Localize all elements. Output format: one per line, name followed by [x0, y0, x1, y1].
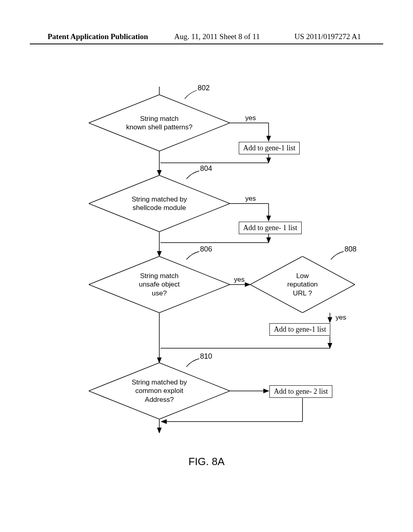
box-gene1-c: Add to gene-1 list — [269, 323, 330, 336]
ref-802: 802 — [198, 84, 210, 92]
ref-806: 806 — [200, 245, 212, 254]
label-yes-808: yes — [336, 314, 346, 322]
decision-804-text: String matched byshellcode module — [115, 195, 203, 212]
box-gene2: Add to gene- 2 list — [269, 385, 332, 398]
box-gene1-a: Add to gene-1 list — [239, 142, 300, 154]
decision-802-text: String matchknown shell patterns? — [110, 114, 209, 132]
label-yes-804: yes — [245, 195, 256, 203]
decision-804: String matched byshellcode module — [89, 175, 230, 232]
decision-808: LowreputationURL ? — [250, 256, 355, 313]
decision-808-text: LowreputationURL ? — [271, 272, 334, 297]
decision-810: String matched bycommon exploitAddress? — [89, 363, 230, 419]
figure-caption: FIG. 8A — [0, 455, 413, 468]
decision-802: String matchknown shell patterns? — [89, 95, 230, 151]
decision-810-text: String matched bycommon exploitAddress? — [115, 378, 203, 404]
ref-804: 804 — [200, 164, 212, 173]
ref-808: 808 — [344, 245, 357, 254]
label-yes-802: yes — [245, 114, 256, 122]
figure-8a: String matchknown shell patterns? 802 ye… — [0, 0, 413, 532]
decision-806: String matchunsafe objectuse? — [89, 256, 230, 313]
decision-806-text: String matchunsafe objectuse? — [123, 272, 196, 297]
label-yes-806: yes — [234, 276, 244, 284]
box-gene1-b: Add to gene- 1 list — [239, 222, 302, 234]
ref-810: 810 — [200, 352, 212, 361]
